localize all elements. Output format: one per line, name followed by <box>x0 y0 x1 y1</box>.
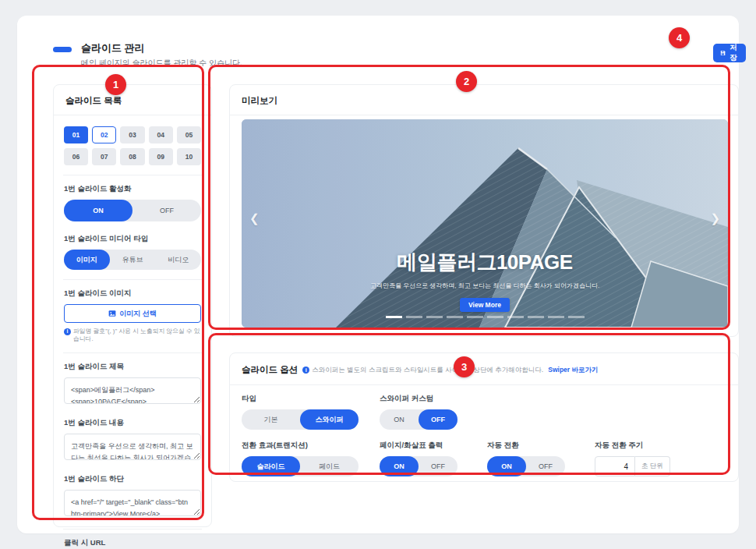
pagination-dash-active[interactable] <box>386 316 402 318</box>
type-basic-option[interactable]: 기본 <box>242 409 300 430</box>
autoplay-toggle: ON OFF <box>487 456 565 476</box>
slide-list-panel: 슬라이드 목록 01 02 03 04 05 06 07 08 09 10 1번… <box>53 84 212 527</box>
slide-text-overlay: 메일플러그10PAGE 고객만족을 우선으로 생각하며, 최고 보다는 최선을 … <box>242 249 728 312</box>
save-button-label: 저장 <box>729 43 739 63</box>
pagination-dash[interactable] <box>447 316 463 318</box>
slide-number-button-05[interactable]: 05 <box>177 126 201 143</box>
image-select-button[interactable]: 이미지 선택 <box>64 304 201 323</box>
swiper-link[interactable]: Swiper 바로가기 <box>548 366 598 375</box>
page-background: 슬라이드 관리 메인 페이지의 슬라이드를 관리할 수 있습니다. 저장 슬라이… <box>0 0 756 549</box>
slide-number-button-01[interactable]: 01 <box>64 126 88 143</box>
annotation-number-3: 3 <box>454 356 475 377</box>
transition-fade-option[interactable]: 페이드 <box>300 456 359 476</box>
slide-pagination <box>242 316 728 318</box>
pagination-dash[interactable] <box>548 316 564 318</box>
transition-slide-option[interactable]: 슬라이드 <box>242 456 300 476</box>
autoplay-group: 자동 전환 ON OFF <box>487 441 565 476</box>
interval-unit: 초 단위 <box>635 456 670 476</box>
type-swiper-option[interactable]: 스와이퍼 <box>300 409 359 430</box>
media-type-youtube-option[interactable]: 유튜브 <box>110 250 156 270</box>
slide-next-arrow-icon[interactable]: ❯ <box>710 211 720 225</box>
footer-field-label: 1번 슬라이드 하단 <box>64 474 201 484</box>
swiper-custom-off-option[interactable]: OFF <box>419 409 457 430</box>
pager-arrows-label: 페이지/화살표 출력 <box>380 441 457 451</box>
image-notice-text: 파일명 괄호"(, )" 사용 시 노출되지 않으실 수 있습니다. <box>73 328 201 343</box>
enable-label: 1번 슬라이드 활성화 <box>64 184 201 194</box>
pagination-dash[interactable] <box>426 316 443 318</box>
slide-number-grid: 01 02 03 04 05 06 07 08 09 10 <box>64 126 201 165</box>
annotation-number-4: 4 <box>669 27 690 48</box>
pagination-dash[interactable] <box>406 316 422 318</box>
pagination-dash[interactable] <box>507 316 524 318</box>
page-subtitle: 메인 페이지의 슬라이드를 관리할 수 있습니다. <box>81 58 242 69</box>
options-notice: i 스와이퍼는 별도의 스크립트와 스타일시트를 사이트 최상단에 추가해야합니… <box>302 366 543 375</box>
type-toggle: 기본 스와이퍼 <box>242 409 359 430</box>
save-button[interactable]: 저장 <box>713 44 746 62</box>
slide-number-button-07[interactable]: 07 <box>92 148 116 165</box>
swiper-custom-on-option[interactable]: ON <box>380 409 419 430</box>
slide-options-panel: 슬라이드 옵션 i 스와이퍼는 별도의 스크립트와 스타일시트를 사이트 최상단… <box>229 352 739 482</box>
swiper-custom-label: 스와이퍼 커스텀 <box>380 394 457 404</box>
media-type-toggle: 이미지 유튜브 비디오 <box>64 250 201 270</box>
slide-number-button-08[interactable]: 08 <box>120 148 144 165</box>
title-field-label: 1번 슬라이드 제목 <box>64 362 201 372</box>
options-title: 슬라이드 옵션 <box>242 364 298 376</box>
url-field-label: 클릭 시 URL <box>64 538 201 548</box>
preview-panel: 미리보기 <box>229 84 739 337</box>
page-title: 슬라이드 관리 <box>81 41 145 55</box>
footer-field-textarea[interactable]: <a href="/" target="_blank" class="btn b… <box>64 490 201 516</box>
preview-title: 미리보기 <box>230 85 738 115</box>
media-type-label: 1번 슬라이드 미디어 타입 <box>64 234 201 244</box>
autoplay-on-option[interactable]: ON <box>487 456 526 476</box>
enable-off-option[interactable]: OFF <box>132 200 201 221</box>
title-field-textarea[interactable]: <span>메일플러그</span> <span>10PAGE</span> <box>64 377 201 404</box>
annotation-number-2: 2 <box>456 71 477 92</box>
info-icon: i <box>302 367 309 374</box>
divider <box>63 352 202 353</box>
divider <box>63 175 202 175</box>
slide-number-button-06[interactable]: 06 <box>64 148 88 165</box>
divider <box>63 279 202 280</box>
image-icon <box>108 310 116 317</box>
enable-on-option[interactable]: ON <box>64 200 132 221</box>
slide-preview: ❮ ❯ 메일플러그10PAGE 고객만족을 우선으로 생각하며, 최고 보다는 … <box>242 119 728 328</box>
slide-number-button-03[interactable]: 03 <box>120 126 144 143</box>
transition-label: 전환 효과(트랜지션) <box>242 441 359 451</box>
slide-description: 고객만족을 우선으로 생각하며, 최고 보다는 최선을 다하는 회사가 되어가겠… <box>242 282 728 290</box>
pagination-dash[interactable] <box>467 316 483 318</box>
slide-number-button-10[interactable]: 10 <box>177 148 201 165</box>
media-type-image-option[interactable]: 이미지 <box>64 250 110 270</box>
info-icon: i <box>64 328 71 335</box>
interval-label: 자동 전환 주기 <box>595 441 670 451</box>
content-field-textarea[interactable]: 고객만족을 우선으로 생각하며, 최고 보다는 최선을 다하는 회사가 되어가겠… <box>64 434 201 460</box>
slide-number-button-09[interactable]: 09 <box>149 148 173 165</box>
pager-arrows-toggle: ON OFF <box>380 456 457 476</box>
enable-toggle: ON OFF <box>64 200 201 221</box>
options-row-1: 타입 기본 스와이퍼 스와이퍼 커스텀 ON OFF <box>230 394 738 430</box>
pager-arrows-off-option[interactable]: OFF <box>419 456 457 476</box>
interval-input[interactable] <box>595 456 635 476</box>
image-select-label: 이미지 선택 <box>119 309 157 319</box>
slide-number-button-04[interactable]: 04 <box>149 126 173 143</box>
type-label: 타입 <box>242 394 359 404</box>
autoplay-label: 자동 전환 <box>487 441 565 451</box>
pager-arrows-group: 페이지/화살표 출력 ON OFF <box>380 441 457 476</box>
options-notice-text: 스와이퍼는 별도의 스크립트와 스타일시트를 사이트 최상단에 추가해야합니다. <box>312 366 543 375</box>
pager-arrows-on-option[interactable]: ON <box>380 456 419 476</box>
slide-heading: 메일플러그10PAGE <box>242 249 728 276</box>
slide-prev-arrow-icon[interactable]: ❮ <box>249 211 260 225</box>
slide-number-button-02[interactable]: 02 <box>92 126 116 143</box>
transition-group: 전환 효과(트랜지션) 슬라이드 페이드 <box>242 441 359 476</box>
image-notice: i 파일명 괄호"(, )" 사용 시 노출되지 않으실 수 있습니다. <box>64 328 201 343</box>
media-type-video-option[interactable]: 비디오 <box>155 250 201 270</box>
pagination-dash[interactable] <box>568 316 585 318</box>
pagination-dash[interactable] <box>487 316 503 318</box>
options-row-2: 전환 효과(트랜지션) 슬라이드 페이드 페이지/화살표 출력 ON OFF 자… <box>230 441 738 476</box>
autoplay-off-option[interactable]: OFF <box>526 456 565 476</box>
image-label: 1번 슬라이드 이미지 <box>64 289 201 299</box>
pagination-dash[interactable] <box>528 316 544 318</box>
title-dash-icon <box>53 47 72 52</box>
content-field-label: 1번 슬라이드 내용 <box>64 418 201 428</box>
view-more-button[interactable]: View More <box>460 298 510 312</box>
swiper-custom-group: 스와이퍼 커스텀 ON OFF <box>380 394 457 430</box>
